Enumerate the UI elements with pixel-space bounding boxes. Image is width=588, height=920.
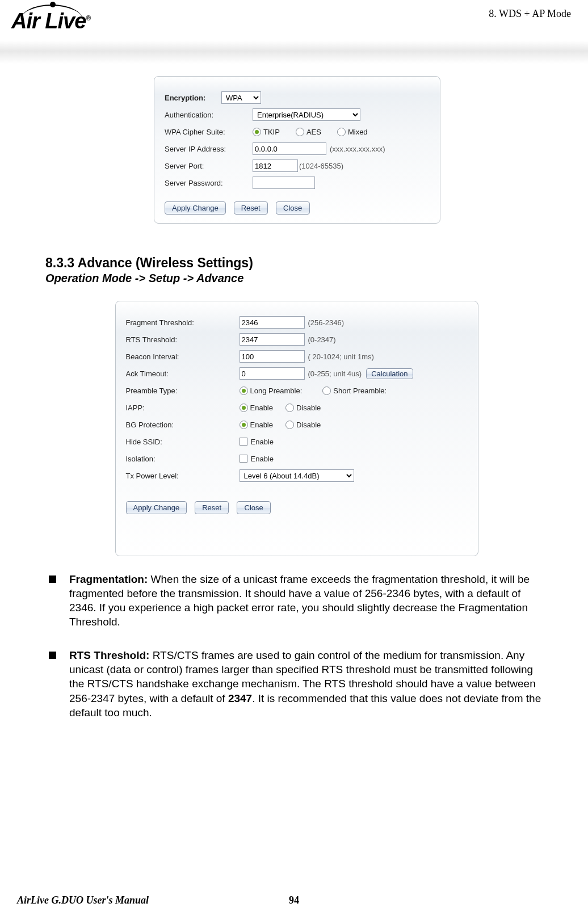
cipher-mixed-text: Mixed xyxy=(348,128,368,136)
iapp-label: IAPP: xyxy=(126,404,240,412)
frag-label: Fragment Threshold: xyxy=(126,318,240,327)
cipher-tkip-text: TKIP xyxy=(263,128,280,136)
encryption-panel: Encryption: WPA Authentication: Enterpri… xyxy=(154,76,440,224)
iapp-disable-text: Disable xyxy=(296,404,321,412)
preamble-label: Preamble Type: xyxy=(126,387,240,395)
rts-hint: (0-2347) xyxy=(308,335,336,344)
encryption-select[interactable]: WPA xyxy=(221,91,261,104)
bgprot-enable-radio[interactable] xyxy=(240,421,248,429)
isolation-enable-text: Enable xyxy=(251,455,274,463)
rts-default-bold: 2347 xyxy=(228,692,252,704)
bgprot-label: BG Protection: xyxy=(126,421,240,429)
server-pw-label: Server Password: xyxy=(165,179,253,187)
encryption-label: Encryption: xyxy=(165,94,221,102)
frag-hint: (256-2346) xyxy=(308,318,345,327)
preamble-long-text: Long Preamble: xyxy=(250,387,303,395)
rts-bullet: RTS Threshold: RTS/CTS frames are used t… xyxy=(45,648,548,719)
chapter-header: 8. WDS + AP Mode xyxy=(489,8,571,20)
hide-ssid-label: Hide SSID: xyxy=(126,438,240,446)
cipher-label: WPA Cipher Suite: xyxy=(165,128,253,136)
close-button[interactable]: Close xyxy=(276,201,310,215)
ack-hint: (0-255; unit 4us) xyxy=(308,369,362,378)
reset-button[interactable]: Reset xyxy=(234,201,268,215)
apply-button[interactable]: Apply Change xyxy=(165,201,226,215)
manual-title: AirLive G.DUO User's Manual xyxy=(17,894,149,906)
txpower-label: Tx Power Level: xyxy=(126,472,240,480)
bgprot-disable-radio[interactable] xyxy=(285,421,294,429)
page-footer: AirLive G.DUO User's Manual 94 xyxy=(17,894,571,906)
rts-label: RTS Threshold: xyxy=(126,335,240,344)
ack-label: Ack Timeout: xyxy=(126,369,240,378)
nav-path: Operation Mode -> Setup -> Advance xyxy=(45,272,548,285)
server-port-input[interactable] xyxy=(253,159,298,172)
fragmentation-bullet: Fragmentation: When the size of a unicas… xyxy=(45,572,548,629)
server-port-hint: (1024-65535) xyxy=(299,162,343,170)
txpower-select[interactable]: Level 6 (About 14.4dB) xyxy=(240,469,354,482)
bgprot-enable-text: Enable xyxy=(250,421,273,429)
logo-dot xyxy=(50,2,56,7)
isolation-checkbox[interactable] xyxy=(240,455,247,463)
frag-input[interactable] xyxy=(240,316,305,329)
brand-logo: Air Live® xyxy=(11,9,90,33)
rts-title: RTS Threshold: xyxy=(69,649,149,661)
beacon-label: Beacon Interval: xyxy=(126,352,240,361)
server-pw-input[interactable] xyxy=(253,177,315,189)
cipher-mixed-radio[interactable] xyxy=(337,128,346,136)
ack-input[interactable] xyxy=(240,367,305,380)
hide-ssid-checkbox[interactable] xyxy=(240,438,247,446)
bgprot-disable-text: Disable xyxy=(296,421,321,429)
close-button-2[interactable]: Close xyxy=(237,501,271,514)
preamble-short-text: Short Preamble: xyxy=(333,387,387,395)
advance-panel: Fragment Threshold: (256-2346) RTS Thres… xyxy=(115,301,478,556)
cipher-aes-radio[interactable] xyxy=(296,128,304,136)
preamble-short-radio[interactable] xyxy=(322,387,331,395)
auth-select[interactable]: Enterprise(RADIUS) xyxy=(253,108,360,121)
rts-input[interactable] xyxy=(240,333,305,346)
server-ip-input[interactable] xyxy=(253,142,326,155)
server-port-label: Server Port: xyxy=(165,162,253,170)
iapp-disable-radio[interactable] xyxy=(285,404,294,412)
apply-button-2[interactable]: Apply Change xyxy=(126,501,187,514)
auth-label: Authentication: xyxy=(165,111,253,119)
hide-ssid-enable-text: Enable xyxy=(251,438,274,446)
cipher-aes-text: AES xyxy=(306,128,321,136)
iapp-enable-text: Enable xyxy=(250,404,273,412)
isolation-label: Isolation: xyxy=(126,455,240,463)
cipher-tkip-radio[interactable] xyxy=(253,128,261,136)
fragmentation-title: Fragmentation: xyxy=(69,573,148,585)
calculation-button[interactable]: Calculation xyxy=(366,368,413,379)
beacon-hint: ( 20-1024; unit 1ms) xyxy=(308,352,374,361)
server-ip-label: Server IP Address: xyxy=(165,145,253,153)
iapp-enable-radio[interactable] xyxy=(240,404,248,412)
server-ip-hint: (xxx.xxx.xxx.xxx) xyxy=(330,145,385,153)
reset-button-2[interactable]: Reset xyxy=(195,501,229,514)
preamble-long-radio[interactable] xyxy=(240,387,248,395)
header-stripe xyxy=(0,41,588,64)
beacon-input[interactable] xyxy=(240,350,305,363)
page-number: 94 xyxy=(289,894,299,906)
section-title: 8.3.3 Advance (Wireless Settings) xyxy=(45,255,548,271)
